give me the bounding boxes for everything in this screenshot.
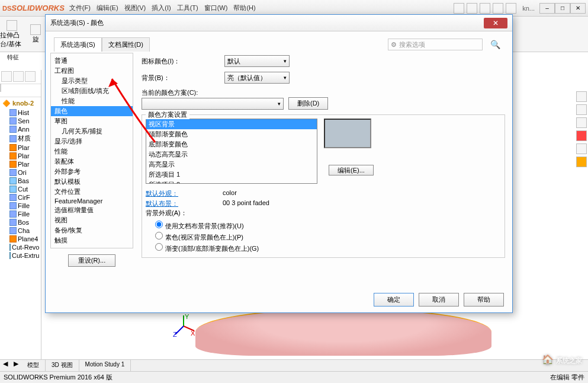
viewport-3d[interactable]: Y X Z [166,308,580,362]
folder-icon[interactable] [576,117,587,128]
tree-item[interactable]: Ori [1,168,40,177]
delete-button[interactable]: 删除(D) [288,97,328,110]
tb-new-icon[interactable] [454,3,464,14]
tree-item[interactable]: Bas [1,177,40,185]
tree-tool-icon[interactable] [13,71,24,82]
help-button[interactable]: 帮助 [464,293,504,307]
tree-item[interactable]: Cut-Extrude2 [1,251,40,260]
tree-item[interactable]: CirF [1,193,40,202]
list-item[interactable]: 高亮显示 [146,159,317,170]
list-item[interactable]: 视区背景 [146,119,317,129]
tab-arrow-left-icon[interactable]: ◀ [0,360,11,371]
ribbon-extrude[interactable]: 拉伸凸台/基体 [0,17,24,52]
tab-3dview[interactable]: 3D 视图 [46,360,79,371]
list-item[interactable]: 顶部渐变颜色 [146,129,317,139]
cat-performance2[interactable]: 性能 [51,146,133,157]
cancel-button[interactable]: 取消 [419,293,459,307]
cat-general[interactable]: 普通 [51,56,133,66]
filter-icon[interactable] [0,84,1,92]
search-icon[interactable]: 🔍 [490,40,500,49]
options-search-input[interactable]: 搜索选项 [388,39,483,50]
cat-extref[interactable]: 外部参考 [51,167,133,177]
cat-colors[interactable]: 颜色 [51,106,133,116]
tree-item[interactable]: Fille [1,210,40,218]
cube-icon[interactable] [576,104,587,115]
tb-options-icon[interactable] [506,3,516,14]
cat-increment[interactable]: 选值框增量值 [51,205,133,215]
cat-display-select[interactable]: 显示/选择 [51,136,133,146]
tb-save-icon[interactable] [480,3,490,14]
radio-use-doc-bg[interactable]: 使用文档布景背景(推荐)(U) [146,220,501,231]
menu-window[interactable]: 窗口(W) [204,4,228,12]
search-hint[interactable]: kn... [522,5,535,12]
edit-color-button[interactable]: 编辑(E)... [329,165,374,175]
category-list[interactable]: 普通 工程图 显示类型 区域剖面线/填充 性能 颜色 草图 几何关系/捕捉 显示… [50,53,133,248]
ribbon-tab-features[interactable]: 特征 [2,52,24,63]
icon-color-combo[interactable]: 默认 [224,55,290,67]
tree-item[interactable]: Hist [1,108,40,117]
cat-templates[interactable]: 默认模板 [51,177,133,187]
tree-item[interactable]: Fille [1,202,40,210]
tb-print-icon[interactable] [493,3,503,14]
cat-assembly[interactable]: 装配体 [51,157,133,167]
tree-item[interactable]: Plar [1,160,40,168]
scheme-listbox[interactable]: 视区背景 顶部渐变颜色 底部渐变颜色 动态高亮显示 高亮显示 所选项目 1 所选… [146,119,317,184]
tree-root[interactable]: 🔶 knob-2 [1,98,40,108]
tree-item[interactable]: Cut [1,185,40,193]
list-item[interactable]: 所选项目 1 [146,170,317,180]
cat-display-type[interactable]: 显示类型 [51,76,133,86]
menu-tools[interactable]: 工具(T) [177,4,198,12]
menu-view[interactable]: 视图(V) [124,4,146,12]
cat-performance[interactable]: 性能 [51,96,133,106]
maximize-button[interactable]: □ [555,3,570,14]
menu-edit[interactable]: 编辑(E) [97,4,118,12]
tab-system-options[interactable]: 系统选项(S) [54,37,102,52]
tree-item[interactable]: Cut-Revolve1 [1,243,40,251]
tb-open-icon[interactable] [467,3,477,14]
default-layout-label[interactable]: 默认布景： [146,199,223,208]
reset-button[interactable]: 重设(R)... [68,254,115,267]
tab-doc-properties[interactable]: 文档属性(D) [102,37,150,52]
cat-hatch[interactable]: 区域剖面线/填充 [51,86,133,96]
minimize-button[interactable]: – [539,3,555,14]
ribbon-revolve[interactable]: 旋 [24,17,47,52]
cat-touch[interactable]: 触摸 [51,235,133,245]
list-item[interactable]: 底部渐变颜色 [146,139,317,149]
background-combo[interactable]: 亮（默认值） [224,72,290,84]
tree-tool-icon[interactable] [1,71,12,82]
cat-filelocations[interactable]: 文件位置 [51,187,133,197]
dialog-close-button[interactable]: ✕ [484,18,507,28]
list-item[interactable]: 所选项目 2 [146,180,317,184]
cat-view[interactable]: 视图 [51,215,133,225]
tab-arrow-right-icon[interactable]: ▶ [11,360,21,371]
cat-relations[interactable]: 几何关系/捕捉 [51,126,133,136]
tab-motion[interactable]: Motion Study 1 [79,360,131,371]
menu-file[interactable]: 文件(F) [69,4,91,12]
tree-item[interactable]: Plane4 [1,235,40,243]
cat-drawings[interactable]: 工程图 [51,66,133,76]
cat-backup[interactable]: 备份/恢复 [51,225,133,235]
home-icon[interactable] [576,91,587,102]
tree-item[interactable]: Plar [1,152,40,160]
tree-item[interactable]: Sen [1,117,40,125]
tree-item[interactable]: 材质 [1,133,40,143]
scheme-combo[interactable] [142,98,284,110]
cat-sketch[interactable]: 草图 [51,116,133,126]
appearance-icon[interactable] [576,130,587,141]
ok-button[interactable]: 确定 [374,293,414,307]
cat-featuremanager[interactable]: FeatureManager [51,197,133,205]
menu-help[interactable]: 帮助(H) [233,4,255,12]
radio-gradient[interactable]: 渐变(顶部/底部渐变颜色在上)(G) [146,242,501,254]
tree-item[interactable]: Ann [1,125,40,133]
default-appearance-label[interactable]: 默认外观： [146,189,223,198]
close-button[interactable]: ✕ [570,3,586,14]
radio-plain-color[interactable]: 素色(视区背景颜色在上)(P) [146,231,501,242]
tab-model[interactable]: 模型 [21,360,46,371]
tree-item[interactable]: Cha [1,226,40,235]
list-icon[interactable] [576,143,587,154]
tree-item[interactable]: Bos [1,218,40,226]
tree-item[interactable]: Plar [1,143,40,152]
palette-icon[interactable] [576,157,587,167]
tree-tool-icon[interactable] [25,71,36,82]
list-item[interactable]: 动态高亮显示 [146,149,317,159]
